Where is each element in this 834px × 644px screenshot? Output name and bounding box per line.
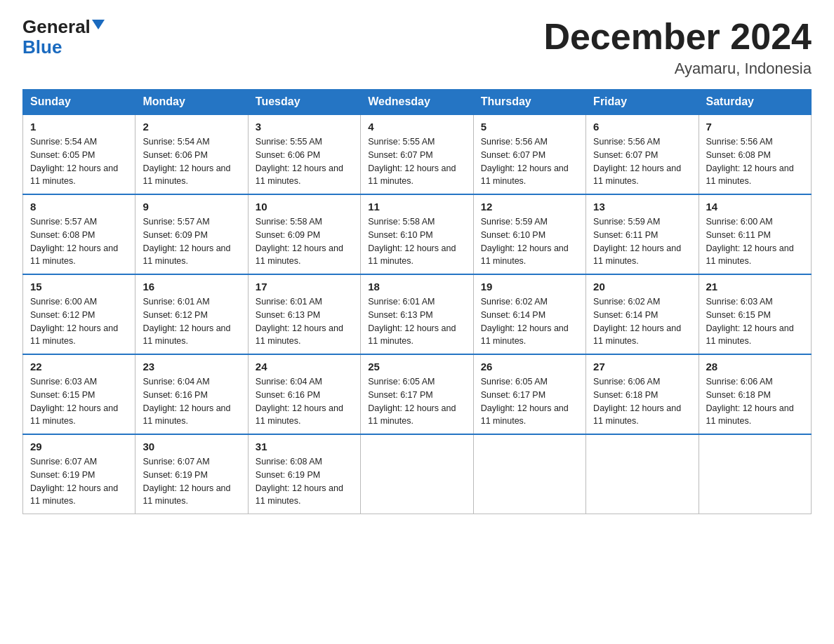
day-info: Sunrise: 5:58 AMSunset: 6:09 PMDaylight:… (256, 217, 343, 266)
day-cell: 20 Sunrise: 6:02 AMSunset: 6:14 PMDaylig… (586, 274, 699, 354)
day-number: 19 (481, 281, 578, 293)
day-number: 8 (30, 201, 128, 213)
day-number: 27 (593, 361, 691, 373)
day-number: 16 (143, 281, 240, 293)
day-cell: 6 Sunrise: 5:56 AMSunset: 6:07 PMDayligh… (586, 114, 699, 194)
day-info: Sunrise: 6:06 AMSunset: 6:18 PMDaylight:… (706, 377, 794, 426)
day-number: 17 (256, 281, 353, 293)
day-info: Sunrise: 6:02 AMSunset: 6:14 PMDaylight:… (593, 297, 681, 346)
day-number: 9 (143, 201, 240, 213)
day-cell: 21 Sunrise: 6:03 AMSunset: 6:15 PMDaylig… (699, 274, 811, 354)
day-cell: 13 Sunrise: 5:59 AMSunset: 6:11 PMDaylig… (586, 194, 699, 274)
day-cell: 24 Sunrise: 6:04 AMSunset: 6:16 PMDaylig… (248, 354, 360, 434)
day-number: 4 (368, 121, 465, 133)
day-info: Sunrise: 6:07 AMSunset: 6:19 PMDaylight:… (30, 457, 118, 506)
day-number: 12 (481, 201, 578, 213)
day-info: Sunrise: 6:07 AMSunset: 6:19 PMDaylight:… (143, 457, 230, 506)
day-cell: 4 Sunrise: 5:55 AMSunset: 6:07 PMDayligh… (361, 114, 473, 194)
day-info: Sunrise: 6:04 AMSunset: 6:16 PMDaylight:… (143, 377, 230, 426)
day-cell: 16 Sunrise: 6:01 AMSunset: 6:12 PMDaylig… (135, 274, 248, 354)
weekday-header-friday: Friday (586, 90, 699, 115)
day-cell: 2 Sunrise: 5:54 AMSunset: 6:06 PMDayligh… (135, 114, 248, 194)
day-number: 24 (256, 361, 353, 373)
day-cell (361, 434, 473, 514)
day-cell: 31 Sunrise: 6:08 AMSunset: 6:19 PMDaylig… (248, 434, 360, 514)
week-row-1: 1 Sunrise: 5:54 AMSunset: 6:05 PMDayligh… (23, 114, 812, 194)
day-info: Sunrise: 5:55 AMSunset: 6:07 PMDaylight:… (368, 137, 456, 186)
day-number: 7 (706, 121, 804, 133)
day-info: Sunrise: 6:05 AMSunset: 6:17 PMDaylight:… (368, 377, 456, 426)
day-info: Sunrise: 5:54 AMSunset: 6:05 PMDaylight:… (30, 137, 118, 186)
day-number: 20 (593, 281, 691, 293)
day-number: 31 (256, 441, 353, 452)
day-number: 14 (706, 201, 804, 213)
day-cell: 23 Sunrise: 6:04 AMSunset: 6:16 PMDaylig… (135, 354, 248, 434)
day-cell: 26 Sunrise: 6:05 AMSunset: 6:17 PMDaylig… (473, 354, 585, 434)
logo-general: General (22, 17, 91, 37)
week-row-3: 15 Sunrise: 6:00 AMSunset: 6:12 PMDaylig… (23, 274, 812, 354)
calendar-subtitle: Ayamaru, Indonesia (543, 60, 812, 78)
day-number: 26 (481, 361, 578, 373)
day-number: 28 (706, 361, 804, 373)
logo-blue: Blue (22, 37, 62, 58)
day-info: Sunrise: 5:59 AMSunset: 6:11 PMDaylight:… (593, 217, 681, 266)
day-info: Sunrise: 5:58 AMSunset: 6:10 PMDaylight:… (368, 217, 456, 266)
day-number: 30 (143, 441, 240, 452)
week-row-5: 29 Sunrise: 6:07 AMSunset: 6:19 PMDaylig… (23, 434, 812, 514)
day-cell: 7 Sunrise: 5:56 AMSunset: 6:08 PMDayligh… (699, 114, 811, 194)
day-cell (699, 434, 811, 514)
day-number: 25 (368, 361, 465, 373)
day-cell: 15 Sunrise: 6:00 AMSunset: 6:12 PMDaylig… (23, 274, 135, 354)
day-info: Sunrise: 6:00 AMSunset: 6:12 PMDaylight:… (30, 297, 118, 346)
day-info: Sunrise: 6:06 AMSunset: 6:18 PMDaylight:… (593, 377, 681, 426)
day-cell (473, 434, 585, 514)
calendar-title: December 2024 (543, 17, 812, 57)
day-number: 2 (143, 121, 240, 133)
day-cell: 5 Sunrise: 5:56 AMSunset: 6:07 PMDayligh… (473, 114, 585, 194)
day-info: Sunrise: 6:04 AMSunset: 6:16 PMDaylight:… (256, 377, 343, 426)
logo: General Blue (22, 17, 105, 57)
day-number: 18 (368, 281, 465, 293)
day-info: Sunrise: 5:56 AMSunset: 6:08 PMDaylight:… (706, 137, 794, 186)
day-cell: 18 Sunrise: 6:01 AMSunset: 6:13 PMDaylig… (361, 274, 473, 354)
day-number: 5 (481, 121, 578, 133)
day-cell: 3 Sunrise: 5:55 AMSunset: 6:06 PMDayligh… (248, 114, 360, 194)
day-cell: 25 Sunrise: 6:05 AMSunset: 6:17 PMDaylig… (361, 354, 473, 434)
day-info: Sunrise: 5:56 AMSunset: 6:07 PMDaylight:… (593, 137, 681, 186)
day-info: Sunrise: 6:00 AMSunset: 6:11 PMDaylight:… (706, 217, 794, 266)
day-info: Sunrise: 6:01 AMSunset: 6:13 PMDaylight:… (368, 297, 456, 346)
day-cell: 14 Sunrise: 6:00 AMSunset: 6:11 PMDaylig… (699, 194, 811, 274)
day-info: Sunrise: 5:59 AMSunset: 6:10 PMDaylight:… (481, 217, 569, 266)
day-cell: 12 Sunrise: 5:59 AMSunset: 6:10 PMDaylig… (473, 194, 585, 274)
weekday-header-sunday: Sunday (23, 90, 135, 115)
title-section: December 2024 Ayamaru, Indonesia (543, 17, 812, 78)
day-info: Sunrise: 5:54 AMSunset: 6:06 PMDaylight:… (143, 137, 230, 186)
day-cell: 22 Sunrise: 6:03 AMSunset: 6:15 PMDaylig… (23, 354, 135, 434)
day-number: 1 (30, 121, 128, 133)
day-cell: 30 Sunrise: 6:07 AMSunset: 6:19 PMDaylig… (135, 434, 248, 514)
day-info: Sunrise: 5:56 AMSunset: 6:07 PMDaylight:… (481, 137, 569, 186)
day-cell: 1 Sunrise: 5:54 AMSunset: 6:05 PMDayligh… (23, 114, 135, 194)
day-number: 3 (256, 121, 353, 133)
day-cell (586, 434, 699, 514)
day-info: Sunrise: 6:03 AMSunset: 6:15 PMDaylight:… (706, 297, 794, 346)
day-cell: 10 Sunrise: 5:58 AMSunset: 6:09 PMDaylig… (248, 194, 360, 274)
day-number: 15 (30, 281, 128, 293)
weekday-header-tuesday: Tuesday (248, 90, 360, 115)
weekday-header-saturday: Saturday (699, 90, 811, 115)
day-info: Sunrise: 5:55 AMSunset: 6:06 PMDaylight:… (256, 137, 343, 186)
day-info: Sunrise: 6:01 AMSunset: 6:13 PMDaylight:… (256, 297, 343, 346)
day-info: Sunrise: 5:57 AMSunset: 6:09 PMDaylight:… (143, 217, 230, 266)
day-info: Sunrise: 6:03 AMSunset: 6:15 PMDaylight:… (30, 377, 118, 426)
logo-triangle-icon (92, 20, 105, 29)
day-cell: 27 Sunrise: 6:06 AMSunset: 6:18 PMDaylig… (586, 354, 699, 434)
day-cell: 11 Sunrise: 5:58 AMSunset: 6:10 PMDaylig… (361, 194, 473, 274)
day-cell: 9 Sunrise: 5:57 AMSunset: 6:09 PMDayligh… (135, 194, 248, 274)
day-number: 10 (256, 201, 353, 213)
day-cell: 17 Sunrise: 6:01 AMSunset: 6:13 PMDaylig… (248, 274, 360, 354)
day-cell: 29 Sunrise: 6:07 AMSunset: 6:19 PMDaylig… (23, 434, 135, 514)
day-number: 22 (30, 361, 128, 373)
weekday-header-wednesday: Wednesday (361, 90, 473, 115)
day-number: 29 (30, 441, 128, 452)
day-info: Sunrise: 6:05 AMSunset: 6:17 PMDaylight:… (481, 377, 569, 426)
